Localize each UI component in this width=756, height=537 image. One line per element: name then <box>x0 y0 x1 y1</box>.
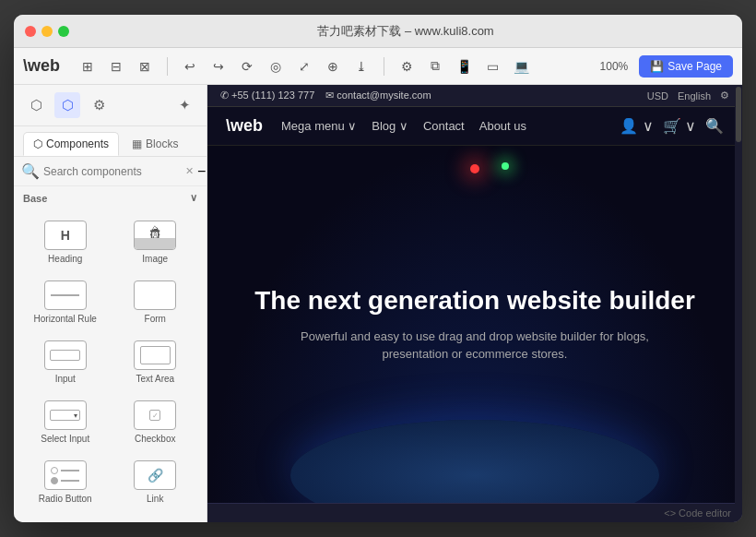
lang-selector[interactable]: English <box>678 90 711 101</box>
save-page-button[interactable]: 💾 Save Page <box>639 55 733 78</box>
component-input[interactable]: Input <box>21 333 110 391</box>
component-form[interactable]: Form <box>112 273 200 331</box>
search-input[interactable] <box>43 165 182 178</box>
component-image[interactable]: 🖼 Image <box>112 213 200 271</box>
textarea-label: Text Area <box>136 374 174 384</box>
preview-topbar: ✆ +55 (111) 123 777 ✉ contact@mysite.com… <box>207 85 742 107</box>
panel-top-icons: ⬡ ⬡ ⚙ ✦ <box>14 85 207 126</box>
components-tab-label: Components <box>46 137 109 150</box>
close-button[interactable] <box>25 26 36 37</box>
preview-topbar-right: USD English ⚙ <box>647 90 729 101</box>
copy-button[interactable]: ⧉ <box>422 54 448 79</box>
main-content: ⬡ ⬡ ⚙ ✦ ⬡ Components ▦ Blocks 🔍 <box>14 85 742 522</box>
zoom-level: 100% <box>600 60 629 73</box>
layout-toggle-3[interactable]: ⊠ <box>132 54 158 79</box>
mobile-view[interactable]: 📱 <box>451 54 477 79</box>
cart-icon[interactable]: 🛒 ∨ <box>663 117 696 135</box>
window-title: 苦力吧素材下载 – www.kuli8.com <box>80 23 731 40</box>
app-logo: \web <box>23 56 60 76</box>
active-panel-btn[interactable]: ⬡ <box>54 92 80 118</box>
components-icon-btn[interactable]: ⬡ <box>23 92 49 118</box>
component-checkbox[interactable]: ✓ Checkbox <box>112 393 200 451</box>
main-toolbar: \web ⊞ ⊟ ⊠ ↩ ↪ ⟳ ◎ ⤢ ⊕ ⤓ ⚙ ⧉ 📱 ▭ 💻 100% … <box>14 48 742 85</box>
component-horizontal-rule[interactable]: Horizontal Rule <box>21 273 110 331</box>
input-label: Input <box>55 374 76 384</box>
desktop-view[interactable]: 💻 <box>508 54 534 79</box>
input-icon <box>44 340 87 370</box>
link-label: Link <box>147 494 163 504</box>
titlebar: 苦力吧素材下载 – www.kuli8.com <box>14 15 742 48</box>
tab-components[interactable]: ⬡ Components <box>23 132 119 156</box>
undo-button[interactable]: ↩ <box>177 54 203 79</box>
magic-wand-btn[interactable]: ✦ <box>171 92 197 118</box>
traffic-lights <box>25 26 69 37</box>
component-select-input[interactable]: ▾ Select Input <box>21 393 110 451</box>
layout-toggle-1[interactable]: ⊞ <box>75 54 100 79</box>
separator-2 <box>384 57 384 76</box>
preview-footer-bar: <> Code editor <box>207 503 742 522</box>
image-label: Image <box>142 254 168 264</box>
search-bar: 🔍 ✕ − <box>14 157 207 186</box>
preview-hero: The next generation website builder Powe… <box>207 146 742 503</box>
select-icon: ▾ <box>44 400 87 430</box>
preview-nav-links: Mega menu ∨ Blog ∨ Contact About us <box>281 119 526 133</box>
settings-button[interactable]: ⚙ <box>394 54 419 79</box>
layers-button[interactable]: ⊕ <box>320 54 346 79</box>
search-icon: 🔍 <box>21 162 40 180</box>
nav-link-blog[interactable]: Blog ∨ <box>372 119 408 133</box>
layout-toggle-group: ⊞ ⊟ ⊠ <box>75 54 158 79</box>
hr-label: Horizontal Rule <box>34 314 97 324</box>
component-radio[interactable]: Radio Button <box>21 453 110 511</box>
minimize-button[interactable] <box>41 26 53 37</box>
form-label: Form <box>145 314 166 324</box>
settings-icon[interactable]: ⚙ <box>720 90 729 101</box>
currency-selector[interactable]: USD <box>647 90 668 101</box>
hero-glow-green <box>502 162 509 170</box>
preview-button[interactable]: ◎ <box>263 54 289 79</box>
scrollbar-thumb[interactable] <box>736 87 741 142</box>
refresh-button[interactable]: ⟳ <box>234 54 260 79</box>
search-nav-icon[interactable]: 🔍 <box>705 117 724 135</box>
heading-icon: H <box>44 221 87 250</box>
preview-nav: \web Mega menu ∨ Blog ∨ Contact About us… <box>207 107 742 146</box>
nav-link-contact[interactable]: Contact <box>423 119 465 133</box>
redo-button[interactable]: ↪ <box>206 54 231 79</box>
section-header: Base ∨ <box>14 186 207 209</box>
heading-label: Heading <box>48 254 82 264</box>
component-heading[interactable]: H Heading <box>21 213 110 271</box>
history-group: ↩ ↪ ⟳ ◎ ⤢ ⊕ ⤓ <box>177 54 374 79</box>
fullscreen-button[interactable]: ⤢ <box>291 54 317 79</box>
components-tab-icon: ⬡ <box>33 137 42 150</box>
nav-link-megamenu[interactable]: Mega menu ∨ <box>281 119 357 133</box>
settings-panel-btn[interactable]: ⚙ <box>86 92 112 118</box>
code-editor-label[interactable]: <> Code editor <box>664 507 731 519</box>
import-button[interactable]: ⤓ <box>348 54 374 79</box>
radio-icon <box>44 460 87 490</box>
left-panel: ⬡ ⬡ ⚙ ✦ ⬡ Components ▦ Blocks 🔍 <box>14 85 207 522</box>
checkbox-icon: ✓ <box>134 400 176 430</box>
preview-nav-icons: 👤 ∨ 🛒 ∨ 🔍 <box>620 117 724 135</box>
maximize-button[interactable] <box>58 26 69 37</box>
nav-link-about[interactable]: About us <box>479 119 526 133</box>
preview-nav-logo: \web <box>226 116 263 136</box>
preview-scrollbar[interactable] <box>735 85 742 522</box>
section-label: Base <box>23 193 47 204</box>
component-textarea[interactable]: Text Area <box>112 333 200 391</box>
components-grid: H Heading 🖼 Image Horizontal Rule <box>14 209 207 515</box>
hero-title: The next generation website builder <box>254 285 695 316</box>
clear-search-icon[interactable]: ✕ <box>185 165 194 177</box>
device-group: ⚙ ⧉ 📱 ▭ 💻 <box>394 54 534 79</box>
layout-toggle-2[interactable]: ⊟ <box>103 54 129 79</box>
component-link[interactable]: 🔗 Link <box>112 453 200 511</box>
section-toggle-icon[interactable]: ∨ <box>190 192 197 204</box>
save-label: Save Page <box>667 60 722 73</box>
panel-tabs: ⬡ Components ▦ Blocks <box>14 126 207 157</box>
user-icon[interactable]: 👤 ∨ <box>620 117 653 135</box>
tab-blocks[interactable]: ▦ Blocks <box>123 132 187 156</box>
tablet-view[interactable]: ▭ <box>479 54 505 79</box>
radio-label: Radio Button <box>39 494 92 504</box>
form-icon <box>134 280 176 310</box>
save-icon: 💾 <box>650 60 664 73</box>
link-icon: 🔗 <box>134 460 176 490</box>
collapse-icon[interactable]: − <box>197 163 206 180</box>
